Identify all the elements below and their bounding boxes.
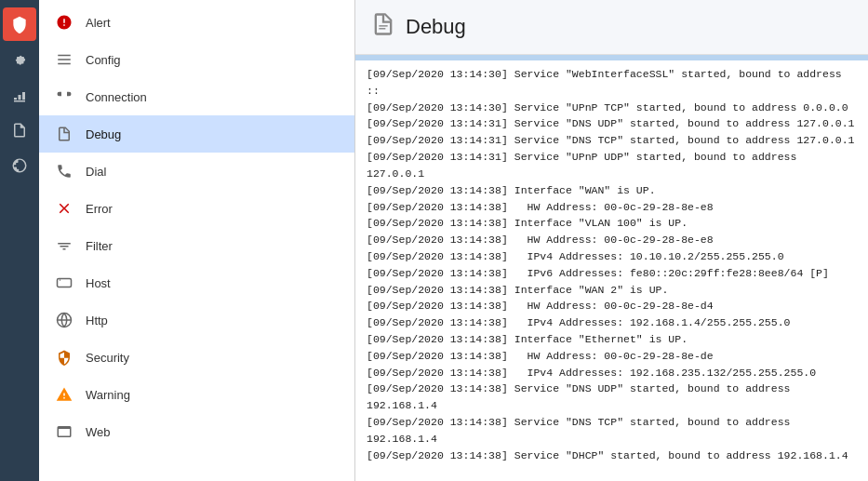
web-icon: [54, 421, 74, 442]
menu-item-host[interactable]: Host: [39, 264, 354, 301]
menu-item-error-label: Error: [86, 202, 113, 216]
menu-item-connection-label: Connection: [86, 90, 147, 104]
menu-item-http-label: Http: [86, 314, 108, 327]
http-icon: [54, 310, 74, 330]
sidebar-icon-settings[interactable]: [3, 43, 36, 76]
svg-rect-8: [379, 28, 385, 29]
svg-rect-3: [58, 279, 72, 287]
menu-item-security-label: Security: [86, 351, 129, 365]
error-icon: [54, 198, 74, 219]
sidebar-icon-globe[interactable]: [3, 149, 36, 182]
connection-icon: [54, 87, 74, 107]
menu-item-host-label: Host: [86, 276, 111, 290]
menu-item-config[interactable]: Config: [39, 41, 354, 78]
header-icon: [370, 11, 396, 43]
sidebar-icon-document[interactable]: [3, 114, 36, 147]
menu-list: AlertConfigConnectionDebugDialErrorFilte…: [39, 0, 354, 454]
svg-rect-0: [58, 55, 71, 57]
menu-item-connection[interactable]: Connection: [39, 78, 354, 115]
sidebar-icon-shield[interactable]: [3, 7, 36, 41]
menu-item-dial-label: Dial: [86, 165, 106, 179]
menu-item-alert-label: Alert: [86, 16, 111, 30]
security-icon: [54, 347, 74, 367]
page-title: Debug: [406, 15, 466, 39]
menu-item-web-label: Web: [86, 425, 111, 439]
content-header: Debug: [355, 0, 868, 55]
menu-item-dial[interactable]: Dial: [39, 153, 354, 190]
right-content-panel: Debug [09/Sep/2020 13:14:30] Service "We…: [355, 0, 868, 481]
menu-item-web[interactable]: Web: [39, 413, 354, 450]
dial-icon: [54, 161, 74, 181]
menu-item-debug-label: Debug: [86, 127, 121, 141]
warning-icon: [54, 384, 74, 405]
host-icon: [54, 273, 74, 293]
menu-item-http[interactable]: Http: [39, 301, 354, 339]
debug-icon: [54, 124, 74, 144]
menu-item-config-label: Config: [86, 53, 121, 67]
menu-item-security[interactable]: Security: [39, 339, 354, 376]
menu-item-warning[interactable]: Warning: [39, 376, 354, 413]
svg-point-4: [60, 279, 61, 281]
menu-item-debug[interactable]: Debug: [39, 115, 354, 153]
filter-icon: [54, 235, 74, 256]
alert-icon: [54, 12, 74, 33]
menu-item-filter-label: Filter: [86, 239, 113, 253]
svg-rect-2: [58, 63, 71, 65]
icon-sidebar: [0, 0, 39, 481]
menu-item-warning-label: Warning: [86, 388, 130, 402]
svg-rect-1: [58, 59, 71, 60]
svg-rect-7: [379, 25, 387, 26]
sidebar-icon-chart[interactable]: [3, 78, 36, 112]
left-menu-panel: AlertConfigConnectionDebugDialErrorFilte…: [39, 0, 355, 481]
menu-item-filter[interactable]: Filter: [39, 227, 354, 264]
config-icon: [54, 49, 74, 70]
log-output[interactable]: [09/Sep/2020 13:14:30] Service "WebInter…: [355, 60, 868, 481]
menu-item-alert[interactable]: Alert: [39, 4, 354, 41]
menu-item-error[interactable]: Error: [39, 190, 354, 227]
